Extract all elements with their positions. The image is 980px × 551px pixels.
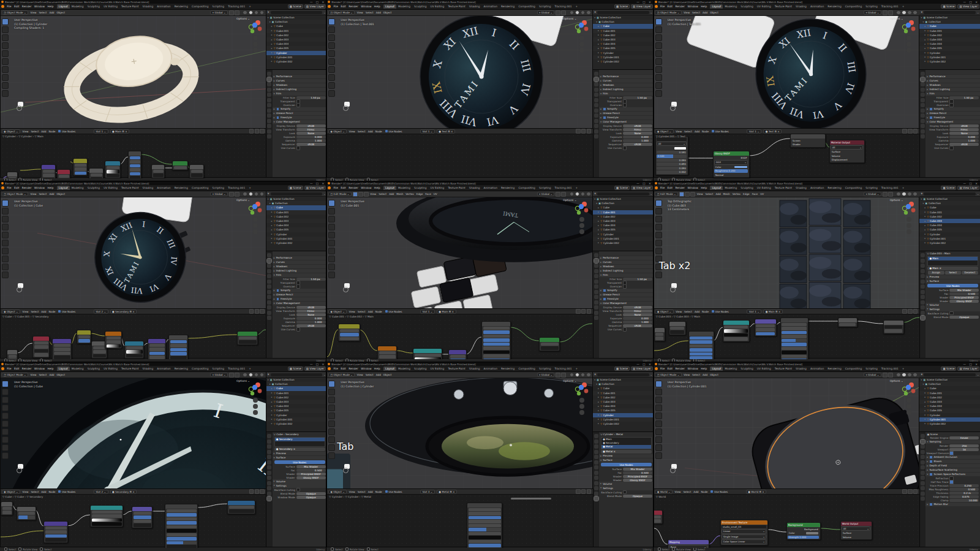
outliner-search-input[interactable] — [597, 192, 649, 196]
prop-checkbox[interactable] — [623, 146, 627, 150]
editor-option-icon[interactable] — [581, 129, 586, 134]
workspace-tab-animation[interactable]: Animation — [482, 4, 499, 9]
viewport-menu-view[interactable]: View — [356, 11, 364, 14]
workspace-tab--[interactable]: + — [574, 4, 580, 9]
prop-checkbox[interactable] — [296, 327, 300, 331]
node-row[interactable] — [45, 534, 67, 538]
gizmo-svg[interactable] — [247, 17, 263, 53]
window-controls[interactable]: — □ × — [636, 182, 653, 185]
use-nodes-checkbox[interactable] — [385, 310, 388, 313]
outliner-item-cube-002[interactable]: ▸▽Cube.002 — [266, 33, 327, 37]
workspace-tab-layout[interactable]: Layout — [383, 186, 396, 190]
workspace-tab-sculpting[interactable]: Sculpting — [412, 367, 429, 371]
workspace-tab-modeling[interactable]: Modeling — [70, 367, 86, 371]
workspace-tab-scripting[interactable]: Scripting — [211, 367, 227, 371]
move-tool-icon[interactable] — [655, 397, 662, 403]
node-row[interactable] — [18, 515, 35, 519]
section-curves[interactable]: ▸Curves — [599, 79, 654, 83]
outliner-item-cylinder[interactable]: ▸▽Cylinder — [593, 232, 654, 237]
section-volume[interactable]: ▸Volume — [599, 482, 654, 486]
mode-dropdown[interactable]: ◳ Object Mode ⌄ — [2, 10, 29, 15]
section-color-management[interactable]: ▾Color Management — [273, 120, 327, 124]
shading-mode-icon[interactable] — [254, 10, 259, 15]
node-header[interactable]: Mapping — [668, 540, 709, 544]
transform-tool-icon[interactable] — [655, 240, 662, 246]
outliner-item-cube-005[interactable]: ▸▽Cube.005 — [266, 227, 327, 232]
select-tool-icon[interactable] — [2, 18, 9, 25]
properties-tab-output-icon[interactable] — [594, 264, 598, 268]
node-header[interactable] — [165, 504, 197, 509]
workspace-tab-layout[interactable]: Layout — [710, 186, 723, 190]
editor-menu-select[interactable]: Select — [29, 490, 40, 493]
viewport-menu-add[interactable]: Add — [388, 192, 395, 196]
workspace-tab-uv-editing[interactable]: UV Editing — [755, 4, 773, 9]
workspace-tab-tracking-001[interactable]: Tracking.001 — [226, 186, 247, 190]
outliner-item-cube-005[interactable]: ▸▽Cube.005 — [919, 46, 980, 50]
section-film[interactable]: ▾Film — [273, 273, 327, 278]
section-settings[interactable]: ▾Settings — [925, 307, 980, 311]
workspace-tab-texture-paint[interactable]: Texture Paint — [119, 4, 140, 9]
prop-slider[interactable]: 0.500 — [949, 488, 979, 491]
node-header[interactable] — [378, 346, 396, 351]
viewport-menu-select[interactable]: Select — [691, 11, 701, 14]
proportional-edit-icon[interactable] — [561, 192, 566, 197]
move-tool-icon[interactable] — [655, 216, 662, 222]
prop-slider[interactable]: 1.50 px — [623, 278, 652, 281]
view-layer-selector[interactable]: ▤ View Layer — [631, 4, 653, 9]
menu-window[interactable]: Window — [686, 5, 699, 8]
prop-slider[interactable]: 1.50 px — [296, 278, 326, 281]
blender-menu-icon[interactable] — [328, 186, 331, 189]
node-row[interactable] — [149, 344, 165, 348]
shading-mode-icon[interactable] — [896, 192, 901, 197]
button-select[interactable]: Select — [945, 271, 962, 275]
editor-menu-add[interactable]: Add — [693, 310, 701, 313]
knife-tool-icon[interactable] — [655, 90, 662, 97]
properties-tab-physics-icon[interactable] — [267, 300, 271, 305]
outliner-item-cube-003[interactable]: ▸▽Cube.003 — [919, 37, 980, 42]
menu-edit[interactable]: Edit — [13, 367, 21, 370]
viewport-menu-view[interactable]: View — [682, 11, 691, 14]
workspace-tab-uv-editing[interactable]: UV Editing — [428, 186, 446, 190]
node-header[interactable] — [91, 506, 123, 510]
menu-edit[interactable]: Edit — [13, 186, 21, 189]
gizmo-svg[interactable] — [901, 199, 917, 234]
properties-tab-material-icon[interactable] — [594, 316, 598, 320]
node-row[interactable] — [92, 511, 122, 514]
outliner-item-cube-005[interactable]: ▸▽Cube.005 — [266, 46, 327, 50]
material-name-field[interactable]: ● Main × — [927, 267, 978, 270]
outliner-item-cube-001[interactable]: ▸▽Cube.001 — [266, 29, 327, 33]
transform-tool-icon[interactable] — [2, 58, 9, 65]
view-layer-selector[interactable]: ▤ View Layer — [631, 186, 653, 190]
workspace-tab-scripting[interactable]: Scripting — [537, 4, 553, 9]
node-header[interactable] — [190, 165, 203, 169]
node-header[interactable] — [17, 507, 36, 511]
node-unnamed[interactable] — [73, 158, 88, 176]
outliner-search-input[interactable] — [924, 373, 976, 376]
node-unnamed[interactable] — [227, 500, 255, 514]
shading-mode-icon[interactable] — [570, 373, 575, 378]
node-row[interactable] — [782, 331, 807, 335]
section-checkbox[interactable] — [929, 473, 933, 476]
outliner-item-cylinder[interactable]: ▸▽Cylinder — [593, 51, 654, 55]
shader-editor-canvas[interactable]: ▽ Cylinder › ▽ Cylinder › ▽ Main — [1, 134, 266, 178]
section-checkbox[interactable] — [929, 460, 933, 463]
outliner-item-cube-002[interactable]: ▸▽Cube.002 — [919, 215, 980, 219]
prop-field[interactable]: Opaque — [949, 316, 979, 319]
outliner-item-cube-003[interactable]: ▸▽Cube.003 — [919, 219, 980, 223]
properties-tab-material-icon[interactable] — [267, 496, 271, 501]
node-row[interactable]: All⌄ — [831, 145, 863, 150]
section-checkbox[interactable] — [603, 107, 606, 111]
properties-search[interactable] — [273, 70, 327, 74]
scale-tool-icon[interactable] — [328, 412, 335, 419]
section-shadows[interactable]: ▸Shadows — [273, 265, 327, 269]
properties-tab-view-layer-icon[interactable] — [921, 450, 925, 454]
node-row[interactable] — [670, 327, 684, 330]
prop-checkbox[interactable] — [296, 103, 300, 107]
workspace-tab-shading[interactable]: Shading — [467, 4, 482, 9]
prop-field[interactable]: None — [949, 132, 979, 135]
properties-tab-physics-icon[interactable] — [594, 300, 598, 305]
extrude-tool-icon[interactable] — [328, 444, 335, 451]
viewport-menu-face[interactable]: Face — [751, 192, 759, 196]
properties-tab-object-icon[interactable] — [594, 284, 598, 289]
outliner-item-cube-004[interactable]: ▸▽Cube.004 — [919, 404, 980, 408]
